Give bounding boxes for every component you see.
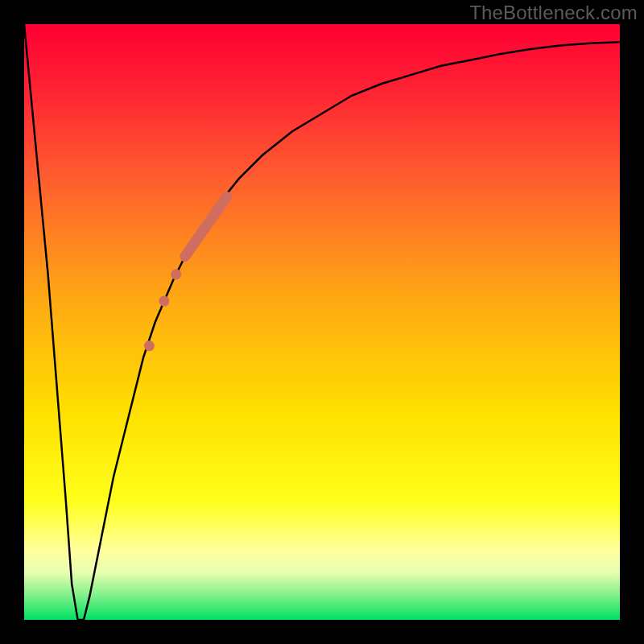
watermark-text: TheBottleneck.com (469, 2, 638, 24)
marker-dot-1 (159, 296, 169, 307)
chart-svg (24, 24, 620, 620)
marker-dot-2 (144, 341, 155, 351)
plot-area (24, 24, 620, 620)
marker-dot-0 (171, 269, 181, 279)
chart-frame: TheBottleneck.com (0, 0, 644, 644)
